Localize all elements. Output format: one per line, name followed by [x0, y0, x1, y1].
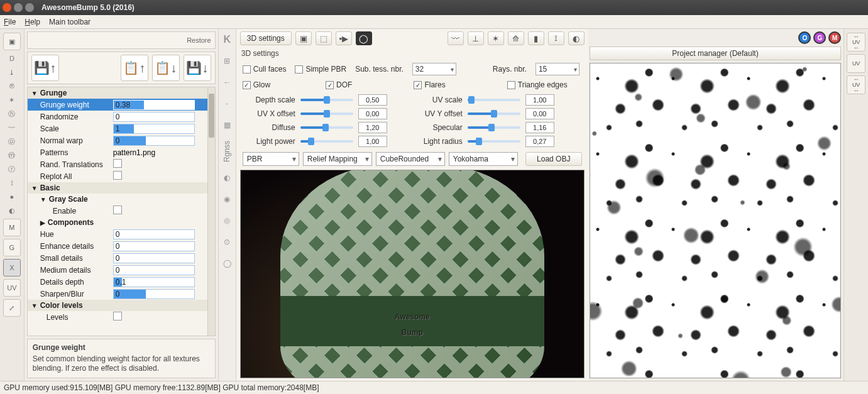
simple-pbr-checkbox[interactable]: Simple PBR: [295, 65, 346, 74]
row-small-details[interactable]: Small details 0: [28, 252, 207, 264]
rail-resize-button[interactable]: ⤢: [3, 299, 21, 317]
graph-7-icon[interactable]: ◐: [568, 31, 585, 45]
window-close-button[interactable]: [3, 3, 11, 12]
levels-checkbox[interactable]: [113, 312, 122, 320]
badge-g-icon[interactable]: G: [813, 31, 826, 44]
menu-help[interactable]: Help: [25, 18, 40, 26]
dof-checkbox[interactable]: DOF: [326, 80, 352, 89]
mid-icon-2[interactable]: ←: [221, 77, 233, 88]
window-minimize-button[interactable]: [14, 3, 23, 12]
graph-6-icon[interactable]: ⟟: [548, 31, 564, 45]
rail-d-icon[interactable]: D: [5, 53, 19, 64]
uv-button-3[interactable]: ↔UV↔: [847, 75, 865, 94]
mid-icon-7[interactable]: ◎: [221, 215, 233, 226]
restore-link[interactable]: Restore: [187, 36, 211, 44]
rail-star-icon[interactable]: ✶: [5, 94, 19, 106]
rail-h-icon[interactable]: ⓗ: [5, 108, 19, 119]
triangle-edges-checkbox[interactable]: Triangle edges: [507, 80, 568, 89]
row-patterns[interactable]: Patterns pattern1.png: [28, 146, 207, 158]
clipboard-up-icon[interactable]: 📋↑: [121, 55, 148, 81]
cull-faces-checkbox[interactable]: Cull faces: [243, 65, 287, 74]
specular-slider[interactable]: Specular1,16: [412, 122, 554, 133]
3d-preview-viewport[interactable]: AwesomeBump: [240, 170, 585, 378]
row-levels[interactable]: Levels: [28, 311, 207, 323]
glow-checkbox[interactable]: Glow: [243, 80, 270, 89]
menu-file[interactable]: File: [4, 18, 16, 26]
graph-5-icon[interactable]: ▮: [528, 31, 544, 45]
mesh-combo[interactable]: CubeRounded: [376, 152, 445, 166]
row-sharpen-blur[interactable]: Sharpen/Blur 0: [28, 288, 207, 300]
rail-m-icon[interactable]: ⓜ: [5, 150, 19, 161]
row-scale[interactable]: Scale 1: [28, 123, 207, 134]
row-medium-details[interactable]: Medium details 0: [28, 264, 207, 276]
light-power-slider[interactable]: Light power1,00: [245, 136, 387, 147]
2d-preview-viewport[interactable]: [590, 63, 842, 378]
mid-icon-3[interactable]: ◦: [221, 98, 233, 109]
uv-y-offset-slider[interactable]: UV Y offset0,00: [412, 108, 554, 119]
3d-settings-button[interactable]: 3D settings: [240, 31, 292, 45]
row-enable[interactable]: Enable: [28, 205, 207, 217]
depth-scale-slider[interactable]: Depth scale0,50: [245, 94, 387, 106]
rail-dot-icon[interactable]: ◐: [5, 205, 19, 216]
flares-checkbox[interactable]: Flares: [414, 80, 445, 89]
uv-button-1[interactable]: ↔UV↔: [847, 33, 865, 52]
row-details-depth[interactable]: Details depth 0.1: [28, 276, 207, 288]
replot-all-checkbox[interactable]: [113, 171, 122, 180]
properties-scrollbar[interactable]: [207, 87, 215, 336]
mid-icon-4[interactable]: ▦: [221, 119, 233, 131]
save-down-icon[interactable]: 💾↓: [184, 55, 211, 81]
menu-main-toolbar[interactable]: Main toolbar: [49, 18, 91, 26]
row-rand-translations[interactable]: Rand. Translations: [28, 158, 207, 170]
window-maximize-button[interactable]: [25, 3, 34, 12]
save-up-icon[interactable]: 💾↑: [31, 55, 59, 81]
uv-x-offset-slider[interactable]: UV X offset0,00: [245, 108, 387, 119]
rail-r2-icon[interactable]: ⓡ: [5, 163, 19, 175]
light-radius-slider[interactable]: Light radius0,27: [412, 136, 554, 147]
target-icon[interactable]: ◯: [356, 31, 372, 45]
mapping-combo[interactable]: Relief Mapping: [303, 152, 372, 166]
wire-cube-icon[interactable]: ⬚: [316, 31, 332, 45]
badge-o-icon[interactable]: O: [798, 31, 811, 44]
clipboard-down-icon[interactable]: 📋↓: [152, 55, 180, 81]
mid-icon-6[interactable]: ◉: [221, 194, 233, 205]
rail-m-button[interactable]: M: [3, 219, 21, 236]
sub-tess-dropdown[interactable]: 32: [412, 63, 456, 75]
row-randomize[interactable]: Randomize 0: [28, 111, 207, 123]
mid-icon-1[interactable]: ⊞: [221, 55, 233, 67]
mid-icon-8[interactable]: ⊙: [221, 236, 233, 248]
row-replot-all[interactable]: Replot All: [28, 170, 207, 182]
section-basic[interactable]: ▼Basic: [28, 182, 207, 194]
section-grunge[interactable]: ▼Grunge: [28, 87, 207, 99]
rand-translations-checkbox[interactable]: [113, 159, 122, 168]
uv-scale-slider[interactable]: UV scale1,00: [412, 94, 554, 106]
env-combo[interactable]: Yokohama: [449, 152, 518, 166]
enable-checkbox[interactable]: [113, 205, 122, 214]
mid-icon-5[interactable]: ◐: [221, 172, 233, 183]
rail-x-button[interactable]: X: [3, 259, 21, 276]
rail-m-dot-icon[interactable]: ●: [5, 191, 19, 202]
rail-o-icon[interactable]: ⓞ: [5, 136, 19, 147]
row-hue[interactable]: Hue 0: [28, 228, 207, 240]
subsection-components[interactable]: ▶Components: [28, 217, 207, 228]
diffuse-slider[interactable]: Diffuse1,20: [245, 122, 387, 133]
project-manager-bar[interactable]: Project manager (Default): [590, 47, 842, 60]
rail-cube-icon[interactable]: ▣: [3, 33, 21, 50]
uv-button-2[interactable]: UV: [847, 54, 865, 73]
rail-bars-icon[interactable]: ⟟: [5, 177, 19, 189]
section-color-levels[interactable]: ▼Color levels: [28, 300, 207, 311]
rail-uv-button[interactable]: UV: [3, 279, 21, 297]
load-obj-button[interactable]: Load OBJ: [525, 152, 582, 166]
mid-rgnss-label[interactable]: Rgnss: [222, 141, 231, 162]
graph-1-icon[interactable]: 〰: [448, 31, 464, 45]
rays-dropdown[interactable]: 15: [536, 63, 580, 75]
graph-3-icon[interactable]: ✶: [488, 31, 504, 45]
rail-g-button[interactable]: G: [3, 239, 21, 256]
camera-icon[interactable]: ▪▶: [336, 31, 352, 45]
rail-r-icon[interactable]: ®: [5, 80, 19, 92]
mid-icon-9[interactable]: ◯: [221, 258, 233, 269]
row-grunge-weight[interactable]: Grunge weight 0.38: [28, 99, 207, 111]
rail-wave-icon[interactable]: 〰: [5, 122, 19, 133]
row-enhance-details[interactable]: Enhance details 0: [28, 240, 207, 252]
mid-k-icon[interactable]: K: [223, 34, 231, 45]
shading-combo[interactable]: PBR: [243, 152, 299, 166]
